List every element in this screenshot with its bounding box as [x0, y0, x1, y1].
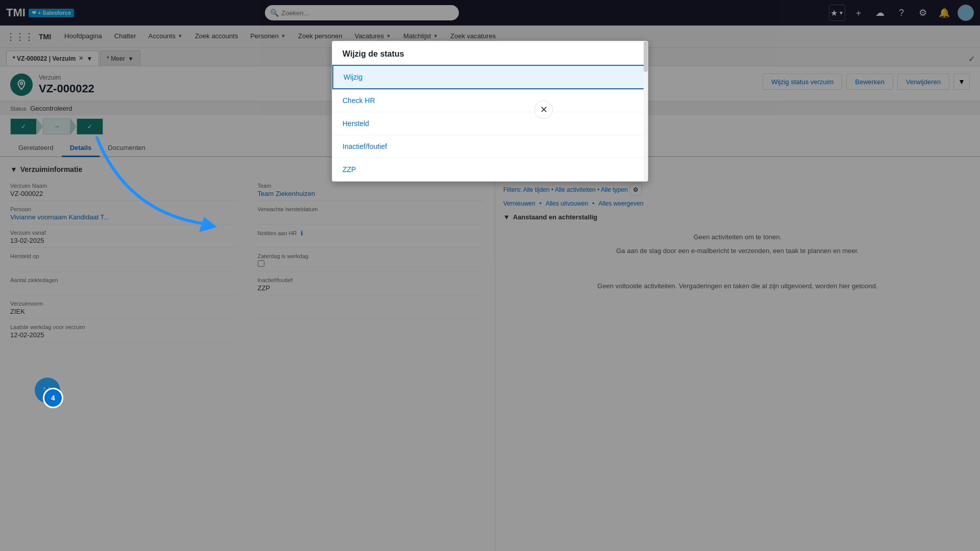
- modal-option-hersteld[interactable]: Hersteld: [332, 112, 648, 135]
- modal-options-list: Wijzig Check HR Hersteld Inactief/foutie…: [332, 65, 648, 181]
- modal-option-zzp[interactable]: ZZP: [332, 158, 648, 181]
- modal-option-inactief[interactable]: Inactief/foutief: [332, 135, 648, 158]
- scrollbar-thumb[interactable]: [644, 41, 648, 72]
- notification-count: 4: [51, 394, 55, 402]
- modal-option-check-hr[interactable]: Check HR: [332, 89, 648, 112]
- modal-overlay: Wijzig de status Wijzig Check HR Herstel…: [0, 0, 980, 551]
- modal-close-button[interactable]: ✕: [534, 101, 553, 119]
- notification-badge[interactable]: 4: [43, 388, 63, 408]
- scrollbar-track: [644, 41, 648, 181]
- modal-title: Wijzig de status: [332, 41, 648, 65]
- modal-dialog: Wijzig de status Wijzig Check HR Herstel…: [332, 41, 648, 182]
- modal-option-wijzig[interactable]: Wijzig: [332, 65, 648, 89]
